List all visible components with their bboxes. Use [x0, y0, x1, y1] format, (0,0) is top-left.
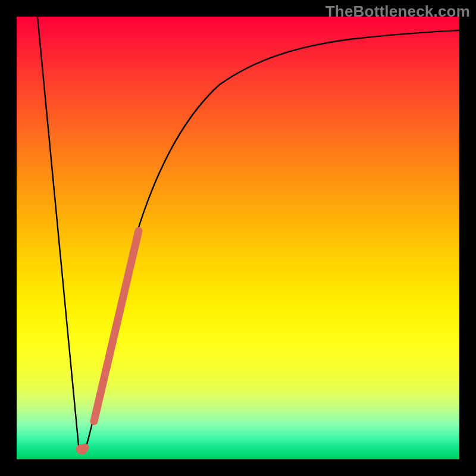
highlight-segment — [80, 231, 139, 451]
watermark-text: TheBottleneck.com — [325, 2, 470, 21]
chart-svg — [17, 17, 459, 459]
chart-frame: TheBottleneck.com — [0, 0, 476, 476]
highlight-dot — [76, 444, 86, 454]
